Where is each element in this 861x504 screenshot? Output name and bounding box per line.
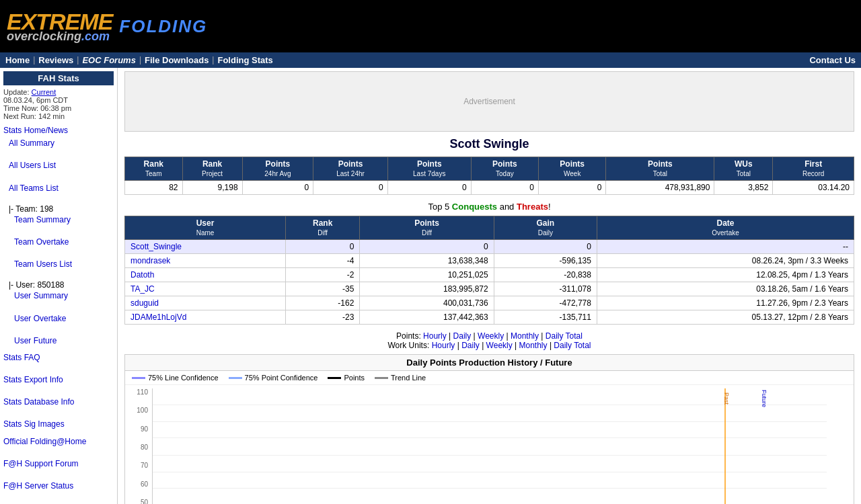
points-link-monthly[interactable]: Monthly bbox=[511, 331, 539, 341]
sidebar-item-all-teams-list[interactable]: All Teams List bbox=[9, 182, 114, 195]
col-points-last24: PointsLast 24hr bbox=[313, 157, 387, 181]
sidebar-item-stats-faq[interactable]: Stats FAQ bbox=[3, 351, 114, 364]
col-points-24avg: Points24hr Avg bbox=[242, 157, 313, 181]
conquests-cell-date: 12.08.25, 4pm / 1.3 Years bbox=[597, 268, 854, 282]
conquests-user-link[interactable]: sduguid bbox=[130, 298, 159, 308]
main-content: Advertisement Scott Swingle RankTeam Ran… bbox=[118, 68, 861, 504]
sidebar-update-info: Update: Current 08.03.24, 6pm CDT Time N… bbox=[3, 88, 114, 120]
sidebar-item-stats-export[interactable]: Stats Export Info bbox=[3, 374, 114, 386]
sidebar-item-user-summary[interactable]: User Summary bbox=[14, 290, 114, 302]
nav-contact-us[interactable]: Contact Us bbox=[809, 55, 856, 65]
col-rank-project: RankProject bbox=[182, 157, 242, 181]
wu-link-daily[interactable]: Daily bbox=[461, 341, 480, 350]
conq-col-rank: RankDiff bbox=[286, 216, 360, 240]
points-prefix: Points: bbox=[396, 331, 421, 341]
stats-table: RankTeam RankProject Points24hr Avg Poin… bbox=[124, 157, 854, 195]
chart-y-axis: 110 100 90 80 70 60 50 bbox=[125, 388, 151, 504]
conquests-cell-date: -- bbox=[597, 240, 854, 254]
nav-reviews[interactable]: Reviews bbox=[38, 55, 73, 65]
col-first-record: FirstRecord bbox=[773, 157, 854, 181]
conquests-cell-rank: -35 bbox=[286, 282, 360, 296]
val-points-today: 0 bbox=[471, 181, 538, 195]
sidebar-item-team-users-list[interactable]: Team Users List bbox=[14, 258, 114, 271]
wu-link-daily-total[interactable]: Daily Total bbox=[554, 341, 591, 350]
nav-sep-3: | bbox=[139, 55, 141, 65]
col-points-total: PointsTotal bbox=[606, 157, 714, 181]
conquests-user-link[interactable]: JDAMe1hLojVd bbox=[130, 312, 186, 322]
y-70: 70 bbox=[141, 462, 148, 469]
conquests-cell-date: 03.18.26, 5am / 1.6 Years bbox=[597, 282, 854, 296]
sidebar-item-fah-server[interactable]: F@H Server Status bbox=[3, 480, 114, 493]
conquests-cell-points: 137,442,363 bbox=[360, 310, 494, 325]
sidebar-item-team-summary[interactable]: Team Summary bbox=[14, 214, 114, 226]
y-110: 110 bbox=[137, 388, 148, 396]
conquests-user-link[interactable]: TA_JC bbox=[130, 284, 155, 294]
sidebar-item-team-overtake[interactable]: Team Overtake bbox=[14, 236, 114, 249]
conquests-row: mondrasek-413,638,348-596,13508.26.24, 3… bbox=[125, 254, 854, 268]
future-label: Future bbox=[761, 390, 768, 407]
val-points-week: 0 bbox=[539, 181, 606, 195]
conq-col-user: UserName bbox=[125, 216, 286, 240]
legend-item-point-conf: 75% Point Confidence bbox=[229, 374, 318, 382]
conquests-cell-rank: -4 bbox=[286, 254, 360, 268]
points-link-daily-total[interactable]: Daily Total bbox=[546, 331, 583, 341]
sidebar-nav: Stats Home/News All Summary All Users Li… bbox=[3, 124, 114, 504]
sidebar-item-user-future[interactable]: User Future bbox=[14, 335, 114, 347]
chart-legend: 75% Line Confidence 75% Point Confidence… bbox=[125, 371, 854, 385]
and-word: and bbox=[500, 202, 515, 212]
sidebar-team-label: |- Team: 198 bbox=[9, 204, 53, 214]
legend-label-points: Points bbox=[344, 374, 365, 382]
nav-forums[interactable]: EOC Forums bbox=[82, 55, 135, 65]
points-link-hourly[interactable]: Hourly bbox=[423, 331, 447, 341]
nav-sep-4: | bbox=[212, 55, 214, 65]
sidebar-item-all-users-list[interactable]: All Users List bbox=[9, 159, 114, 172]
wu-link-weekly[interactable]: Weekly bbox=[486, 341, 513, 350]
wu-link-monthly[interactable]: Monthly bbox=[519, 341, 548, 350]
legend-item-line-conf: 75% Line Confidence bbox=[132, 374, 219, 382]
nav-folding-stats[interactable]: Folding Stats bbox=[217, 55, 272, 65]
sidebar-item-folding-home[interactable]: Official Folding@Home bbox=[3, 435, 114, 448]
sidebar-official-section: Official Folding@Home F@H Support Forum … bbox=[3, 435, 114, 504]
points-link-weekly[interactable]: Weekly bbox=[478, 331, 504, 341]
sidebar-item-user-overtake[interactable]: User Overtake bbox=[14, 312, 114, 325]
sidebar-item-stats-home-news[interactable]: Stats Home/News bbox=[3, 124, 114, 137]
main-layout: FAH Stats Update: Current 08.03.24, 6pm … bbox=[0, 68, 861, 504]
conquests-cell-user: JDAMe1hLojVd bbox=[125, 310, 286, 325]
conquests-row: Scott_Swingle000-- bbox=[125, 240, 854, 254]
conquests-user-link[interactable]: Scott_Swingle bbox=[130, 242, 182, 251]
conquests-cell-gain: -20,838 bbox=[494, 268, 597, 282]
sidebar-item-stats-database[interactable]: Stats Database Info bbox=[3, 396, 114, 409]
conquests-cell-rank: -23 bbox=[286, 310, 360, 325]
conquests-cell-rank: 0 bbox=[286, 240, 360, 254]
conquests-cell-date: 08.26.24, 3pm / 3.3 Weeks bbox=[597, 254, 854, 268]
y-50: 50 bbox=[141, 499, 148, 504]
nav-home[interactable]: Home bbox=[5, 55, 30, 65]
conquests-cell-gain: -311,078 bbox=[494, 282, 597, 296]
conq-col-date: DateOvertake bbox=[597, 216, 854, 240]
col-points-last7: PointsLast 7days bbox=[387, 157, 471, 181]
conquests-cell-points: 400,031,736 bbox=[360, 296, 494, 310]
sidebar-title: FAH Stats bbox=[3, 71, 114, 85]
update-current-link[interactable]: Current bbox=[32, 88, 57, 96]
val-wus-total: 3,852 bbox=[714, 181, 773, 195]
legend-item-points: Points bbox=[328, 374, 365, 382]
sidebar-item-all-summary[interactable]: All Summary bbox=[9, 137, 114, 150]
legend-label-line-conf: 75% Line Confidence bbox=[148, 374, 219, 382]
ad-banner: Advertisement bbox=[124, 71, 854, 132]
col-rank-team: RankTeam bbox=[125, 157, 183, 181]
conquests-cell-user: TA_JC bbox=[125, 282, 286, 296]
update-label: Update: bbox=[3, 88, 30, 96]
sidebar-item-fah-support[interactable]: F@H Support Forum bbox=[3, 458, 114, 470]
conquests-cell-rank: -162 bbox=[286, 296, 360, 310]
conquests-user-link[interactable]: Datoth bbox=[130, 270, 154, 280]
conquests-user-link[interactable]: mondrasek bbox=[130, 256, 170, 265]
nav-file-downloads[interactable]: File Downloads bbox=[145, 55, 209, 65]
conquests-row: TA_JC-35183,995,872-311,07803.18.26, 5am… bbox=[125, 282, 854, 296]
legend-color-point-conf bbox=[229, 377, 242, 379]
points-link-daily[interactable]: Daily bbox=[453, 331, 472, 341]
wu-link-hourly[interactable]: Hourly bbox=[432, 341, 455, 350]
conquests-cell-user: sduguid bbox=[125, 296, 286, 310]
stats-row: 82 9,198 0 0 0 0 0 478,931,890 3,852 03.… bbox=[125, 181, 854, 195]
chart-body: 110 100 90 80 70 60 50 Past bbox=[125, 385, 854, 504]
sidebar-item-stats-sig[interactable]: Stats Sig Images bbox=[3, 418, 114, 431]
